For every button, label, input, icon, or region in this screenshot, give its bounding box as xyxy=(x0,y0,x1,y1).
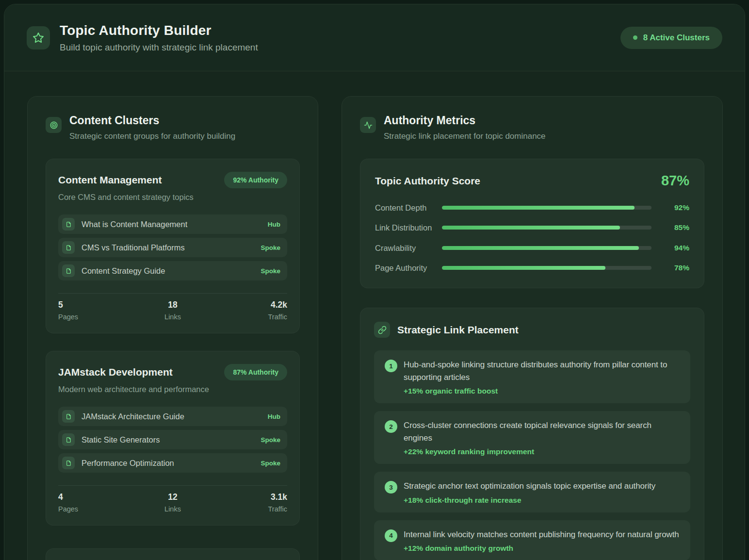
progress-track xyxy=(442,246,651,250)
app-header: Topic Authority Builder Build topic auth… xyxy=(4,4,745,71)
placement-tip-2: 2 Cross-cluster connections create topic… xyxy=(374,411,690,464)
stat-pages-label: Pages xyxy=(58,313,134,321)
metric-percent: 85% xyxy=(664,223,689,232)
placement-card-title: Strategic Link Placement xyxy=(397,324,519,336)
content-clusters-panel: Content Clusters Strategic content group… xyxy=(27,96,318,560)
link-icon xyxy=(374,322,390,338)
tip-number-badge: 2 xyxy=(385,420,397,433)
score-value: 87% xyxy=(661,173,689,189)
topic-authority-score-card: Topic Authority Score 87% Content Depth … xyxy=(360,159,704,288)
tip-text: Hub-and-spoke linking structure distribu… xyxy=(404,359,680,383)
progress-track xyxy=(442,206,651,210)
app-title-block: Topic Authority Builder Build topic auth… xyxy=(60,23,258,53)
page-subtitle: Build topic authority with strategic lin… xyxy=(60,42,258,53)
progress-fill xyxy=(442,206,635,210)
cluster-card-jamstack-development[interactable]: JAMstack Development 87% Authority Moder… xyxy=(46,351,300,526)
target-icon xyxy=(46,117,62,133)
section-subtitle: Strategic link placement for topic domin… xyxy=(384,132,546,141)
cluster-page-row[interactable]: CMS vs Traditional Platforms Spoke xyxy=(58,238,287,257)
page-title-label: JAMstack Architecture Guide xyxy=(81,412,261,421)
metric-row-link-distribution: Link Distribution 85% xyxy=(375,222,689,233)
tip-text: Cross-cluster connections create topical… xyxy=(404,419,680,444)
page-role-tag: Spoke xyxy=(261,267,280,275)
status-dot-icon xyxy=(633,35,637,40)
file-icon xyxy=(62,264,75,277)
stat-pages-label: Pages xyxy=(58,505,134,513)
section-title: Authority Metrics xyxy=(384,114,546,127)
tip-boost: +22% keyword ranking improvement xyxy=(404,447,680,456)
metric-label: Page Authority xyxy=(375,263,442,273)
active-clusters-badge[interactable]: 8 Active Clusters xyxy=(620,27,722,49)
metric-label: Link Distribution xyxy=(375,222,442,233)
page-title-label: Static Site Generators xyxy=(81,435,254,445)
page-title: Topic Authority Builder xyxy=(60,23,258,38)
stat-links-value: 18 xyxy=(134,300,211,310)
tip-number-badge: 3 xyxy=(385,481,397,494)
section-subtitle: Strategic content groups for authority b… xyxy=(69,132,235,141)
file-icon xyxy=(62,218,75,231)
progress-fill xyxy=(442,246,639,250)
stat-links-label: Links xyxy=(134,505,211,513)
cluster-card-content-management[interactable]: Content Management 92% Authority Core CM… xyxy=(46,159,300,333)
stat-pages-value: 4 xyxy=(58,492,134,502)
cluster-page-row[interactable]: Content Strategy Guide Spoke xyxy=(58,261,287,280)
stat-traffic-label: Traffic xyxy=(211,313,287,321)
page-role-tag: Spoke xyxy=(261,436,280,444)
tip-boost: +12% domain authority growth xyxy=(404,544,680,553)
strategic-link-placement-card: Strategic Link Placement 1 Hub-and-spoke… xyxy=(360,308,704,560)
stat-traffic-value: 4.2k xyxy=(211,300,287,310)
cluster-name: Content Management xyxy=(58,174,162,186)
metric-row-content-depth: Content Depth 92% xyxy=(375,202,689,213)
page-title-label: CMS vs Traditional Platforms xyxy=(81,243,254,252)
content-area: Content Clusters Strategic content group… xyxy=(4,71,745,560)
tip-text: Strategic anchor text optimization signa… xyxy=(404,480,680,493)
cluster-page-row[interactable]: Static Site Generators Spoke xyxy=(58,430,287,449)
placement-tip-4: 4 Internal link velocity matches content… xyxy=(374,520,690,560)
section-title: Content Clusters xyxy=(69,114,235,127)
cluster-page-row[interactable]: What is Content Management Hub xyxy=(58,214,287,234)
tip-number-badge: 4 xyxy=(385,529,397,542)
authority-metrics-header: Authority Metrics Strategic link placeme… xyxy=(360,114,704,141)
authority-badge: 87% Authority xyxy=(224,364,287,380)
cluster-page-row[interactable]: Performance Optimization Spoke xyxy=(58,453,287,473)
main-window: Topic Authority Builder Build topic auth… xyxy=(4,4,745,560)
metric-percent: 94% xyxy=(664,244,689,252)
stat-links-value: 12 xyxy=(134,492,211,502)
placement-tip-3: 3 Strategic anchor text optimization sig… xyxy=(374,472,690,512)
tip-number-badge: 1 xyxy=(385,360,397,372)
page-role-tag: Spoke xyxy=(261,460,280,467)
activity-icon xyxy=(360,117,376,133)
metric-row-page-authority: Page Authority 78% xyxy=(375,263,689,273)
stat-pages-value: 5 xyxy=(58,300,134,310)
page-role-tag: Hub xyxy=(268,413,280,420)
stat-traffic-value: 3.1k xyxy=(211,492,287,502)
cluster-page-row[interactable]: JAMstack Architecture Guide Hub xyxy=(58,407,287,426)
star-icon xyxy=(27,26,50,49)
active-clusters-label: 8 Active Clusters xyxy=(643,33,710,43)
cluster-stats: 4Pages 12Links 3.1kTraffic xyxy=(58,485,287,513)
metric-percent: 92% xyxy=(664,203,689,212)
page-title-label: Performance Optimization xyxy=(81,459,254,468)
cluster-description: Core CMS and content strategy topics xyxy=(58,193,287,202)
metric-label: Content Depth xyxy=(375,202,442,213)
page-role-tag: Hub xyxy=(268,221,280,228)
page-role-tag: Spoke xyxy=(261,244,280,251)
progress-track xyxy=(442,226,651,230)
progress-fill xyxy=(442,266,605,270)
cluster-card-api-integration[interactable]: API Integration 83% Authority xyxy=(46,548,300,560)
progress-fill xyxy=(442,226,620,230)
file-icon xyxy=(62,410,75,423)
file-icon xyxy=(62,433,75,446)
progress-track xyxy=(442,266,651,270)
content-clusters-header: Content Clusters Strategic content group… xyxy=(46,114,300,141)
stat-links-label: Links xyxy=(134,313,211,321)
tip-boost: +15% organic traffic boost xyxy=(404,387,680,395)
cluster-description: Modern web architecture and performance xyxy=(58,385,287,394)
file-icon xyxy=(62,241,75,254)
tip-text: Internal link velocity matches content p… xyxy=(404,528,680,541)
cluster-name: JAMstack Development xyxy=(58,366,173,378)
metric-label: Crawlability xyxy=(375,243,442,253)
authority-badge: 92% Authority xyxy=(224,172,287,188)
placement-tip-1: 1 Hub-and-spoke linking structure distri… xyxy=(374,350,690,403)
metric-row-crawlability: Crawlability 94% xyxy=(375,243,689,253)
